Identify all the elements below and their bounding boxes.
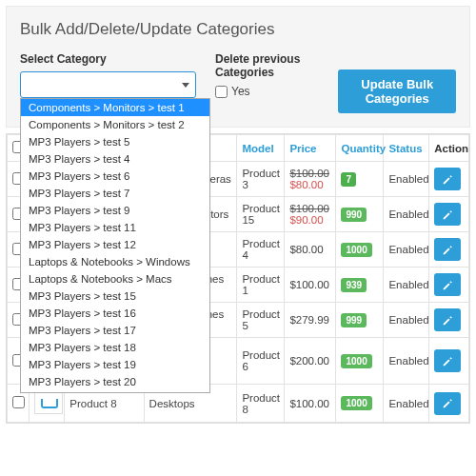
dropdown-option[interactable]: Laptops & Notebooks > Macs — [21, 270, 209, 288]
product-status: Enabled — [384, 338, 429, 385]
product-price: $80.00 — [285, 232, 336, 268]
dropdown-option[interactable]: Components > Monitors > test 2 — [21, 116, 209, 133]
update-bulk-button[interactable]: Update Bulk Categories — [338, 69, 456, 113]
dropdown-option[interactable]: MP3 Players > test 6 — [21, 168, 209, 185]
pencil-icon — [443, 245, 453, 255]
pencil-icon — [443, 280, 453, 290]
product-thumb — [34, 390, 63, 414]
delete-prev-label: Delete previous Categories — [215, 52, 319, 79]
col-action: Action — [429, 135, 469, 162]
pencil-icon — [443, 356, 453, 367]
product-price: $279.99 — [285, 303, 336, 338]
quantity-badge: 7 — [341, 172, 356, 187]
pencil-icon — [443, 209, 453, 220]
dropdown-option[interactable]: MP3 Players > test 7 — [21, 185, 209, 202]
row-checkbox[interactable] — [12, 396, 25, 408]
product-price: $100.00$90.00 — [285, 197, 336, 232]
dropdown-option[interactable]: Laptops & Notebooks > Windows — [21, 253, 209, 270]
category-select[interactable] — [20, 71, 196, 98]
quantity-badge: 939 — [341, 278, 367, 292]
edit-button[interactable] — [434, 308, 461, 331]
edit-button[interactable] — [434, 203, 461, 226]
col-status[interactable]: Status — [384, 135, 429, 162]
col-model[interactable]: Model — [237, 135, 285, 162]
product-model: Product 4 — [237, 232, 285, 268]
product-status: Enabled — [384, 385, 429, 423]
quantity-badge: 1000 — [341, 354, 371, 368]
product-model: Product 8 — [237, 385, 285, 423]
edit-button[interactable] — [434, 168, 461, 190]
dropdown-option[interactable]: MP3 Players > test 9 — [21, 202, 209, 219]
edit-button[interactable] — [434, 349, 461, 372]
product-status: Enabled — [384, 303, 429, 338]
select-category-label: Select Category — [20, 52, 196, 66]
product-status: Enabled — [384, 197, 429, 232]
quantity-badge: 1000 — [341, 396, 371, 410]
product-status: Enabled — [384, 268, 429, 303]
dropdown-option[interactable]: MP3 Players > test 12 — [21, 236, 209, 253]
edit-button[interactable] — [434, 273, 461, 296]
product-model: Product 1 — [237, 268, 285, 303]
pencil-icon — [443, 174, 453, 185]
dropdown-option[interactable]: MP3 Players > test 5 — [21, 133, 209, 150]
col-quantity[interactable]: Quantity — [336, 135, 384, 162]
product-price: $100.00$80.00 — [285, 162, 336, 197]
product-status: Enabled — [384, 232, 429, 268]
quantity-badge: 1000 — [341, 243, 371, 257]
product-price: $200.00 — [285, 338, 336, 385]
dropdown-option[interactable]: Components > Monitors > test 1 — [21, 99, 209, 116]
quantity-badge: 999 — [341, 313, 367, 327]
dropdown-option[interactable]: MP3 Players > test 4 — [21, 150, 209, 168]
dropdown-option[interactable]: MP3 Players > test 19 — [21, 356, 209, 373]
product-price: $100.00 — [285, 268, 336, 303]
dropdown-option[interactable]: MP3 Players > test 18 — [21, 339, 209, 356]
dropdown-option[interactable]: MP3 Players > test 11 — [21, 219, 209, 236]
product-price: $100.00 — [285, 385, 336, 423]
quantity-badge: 990 — [341, 208, 367, 222]
dropdown-option[interactable]: MP3 Players > test 20 — [21, 373, 209, 390]
edit-button[interactable] — [434, 238, 461, 261]
product-model: Product 3 — [237, 162, 285, 197]
dropdown-option[interactable]: MP3 Players > test 15 — [21, 288, 209, 305]
category-dropdown[interactable]: Components > Monitors > test 1Components… — [20, 98, 210, 393]
chevron-down-icon — [182, 83, 189, 88]
yes-label: Yes — [231, 85, 250, 98]
dropdown-option[interactable]: MP3 Players > test 21 — [21, 390, 209, 393]
product-model: Product 15 — [237, 197, 285, 232]
delete-prev-checkbox[interactable] — [215, 86, 228, 98]
dropdown-option[interactable]: MP3 Players > test 16 — [21, 305, 209, 322]
product-model: Product 6 — [237, 338, 285, 385]
pencil-icon — [443, 315, 453, 326]
page-title: Bulk Add/Delete/Update Categories — [20, 20, 456, 39]
product-model: Product 5 — [237, 303, 285, 338]
product-status: Enabled — [384, 162, 429, 197]
col-price[interactable]: Price — [285, 135, 336, 162]
edit-button[interactable] — [434, 392, 461, 415]
pencil-icon — [443, 398, 453, 408]
dropdown-option[interactable]: MP3 Players > test 17 — [21, 322, 209, 339]
